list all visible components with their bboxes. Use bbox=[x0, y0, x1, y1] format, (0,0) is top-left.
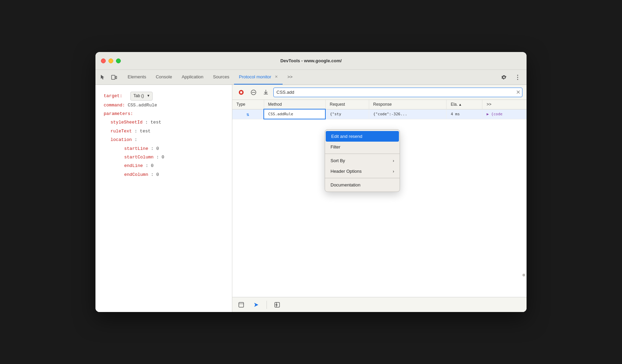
menu-separator-1 bbox=[325, 154, 400, 154]
new-tab-button[interactable] bbox=[236, 300, 246, 310]
menu-item-sort-by[interactable]: Sort By › bbox=[325, 155, 400, 166]
record-stop-button[interactable] bbox=[236, 88, 246, 97]
target-dropdown[interactable]: Tab () ▼ bbox=[130, 92, 153, 101]
command-key: command: bbox=[104, 103, 125, 108]
svg-rect-10 bbox=[239, 302, 244, 307]
tab-bar: Elements Console Application Sources Pro… bbox=[95, 70, 527, 85]
scrollbar-indicator bbox=[522, 274, 525, 276]
dropdown-arrow-icon: ▼ bbox=[147, 93, 150, 99]
cell-elapsed: 4 ms bbox=[446, 109, 482, 119]
target-line: target: Tab () ▼ bbox=[104, 92, 224, 101]
protocol-table: Type Method Request Response Ela.▲ >> ⇅ bbox=[232, 100, 527, 119]
maximize-button[interactable] bbox=[116, 58, 121, 63]
search-input[interactable] bbox=[273, 88, 522, 97]
main-content: target: Tab () ▼ command: CSS.addRule pa… bbox=[95, 85, 527, 312]
table-row[interactable]: ⇅ CSS.addRule {"sty {"code":-326... bbox=[232, 109, 527, 119]
download-button[interactable] bbox=[261, 88, 271, 97]
tab-protocol-monitor[interactable]: Protocol monitor ✕ bbox=[234, 70, 283, 84]
menu-item-documentation[interactable]: Documentation bbox=[325, 180, 400, 190]
cell-method: CSS.addRule bbox=[264, 109, 325, 119]
svg-point-4 bbox=[517, 79, 518, 80]
parameters-line: parameters: bbox=[104, 110, 224, 118]
sort-by-arrow-icon: › bbox=[393, 158, 394, 163]
settings-icon[interactable] bbox=[499, 73, 509, 82]
tab-console[interactable]: Console bbox=[151, 70, 177, 84]
cell-request: {"sty bbox=[325, 109, 369, 119]
tab-elements[interactable]: Elements bbox=[123, 70, 151, 84]
right-panel: ✕ Type Method Request Response Ela.▲ >> bbox=[232, 85, 527, 312]
tab-icons bbox=[100, 70, 117, 84]
menu-item-edit-resend[interactable]: Edit and resend bbox=[326, 131, 399, 142]
cursor-tool-icon[interactable] bbox=[100, 74, 106, 81]
param-styleSheetId: styleSheetId : test bbox=[104, 118, 224, 126]
clear-button[interactable] bbox=[249, 88, 258, 97]
col-request: Request bbox=[325, 100, 369, 109]
cell-extra: ▶ {code bbox=[482, 109, 527, 119]
close-button[interactable] bbox=[101, 58, 106, 63]
svg-point-3 bbox=[517, 77, 518, 78]
target-key: target: bbox=[104, 93, 122, 99]
panel-toggle-button[interactable] bbox=[272, 300, 282, 310]
more-vert-icon[interactable] bbox=[513, 73, 522, 82]
window-title: DevTools - www.google.com/ bbox=[280, 58, 341, 63]
svg-point-2 bbox=[517, 75, 518, 76]
svg-marker-12 bbox=[254, 303, 258, 307]
traffic-lights bbox=[101, 58, 121, 63]
title-bar: DevTools - www.google.com/ bbox=[95, 52, 527, 70]
col-response: Response bbox=[369, 100, 446, 109]
col-extra: >> bbox=[482, 100, 527, 109]
param-endLine: endLine : 0 bbox=[104, 162, 224, 170]
menu-separator-2 bbox=[325, 178, 400, 178]
tab-more[interactable]: >> bbox=[283, 70, 297, 84]
device-tool-icon[interactable] bbox=[111, 74, 117, 81]
param-ruleText: ruleText : test bbox=[104, 127, 224, 135]
bottom-divider bbox=[267, 301, 267, 309]
command-line: command: CSS.addRule bbox=[104, 101, 224, 109]
svg-rect-1 bbox=[116, 76, 117, 79]
parameters-key: parameters: bbox=[104, 111, 133, 116]
param-location: location : bbox=[104, 136, 224, 144]
cell-response: {"code":-326... bbox=[369, 109, 446, 119]
search-wrapper: ✕ bbox=[273, 88, 522, 97]
menu-item-header-options[interactable]: Header Options › bbox=[325, 166, 400, 177]
table-container[interactable]: Type Method Request Response Ela.▲ >> ⇅ bbox=[232, 100, 527, 297]
right-toolbar: ✕ bbox=[232, 85, 527, 100]
command-value: CSS.addRule bbox=[128, 103, 157, 108]
header-options-arrow-icon: › bbox=[393, 169, 394, 174]
devtools-window: DevTools - www.google.com/ Elements Cons… bbox=[95, 52, 527, 312]
tab-close-icon[interactable]: ✕ bbox=[275, 75, 278, 79]
param-startColumn: startColumn : 0 bbox=[104, 153, 224, 161]
cell-type: ⇅ bbox=[232, 109, 264, 119]
table-header-row: Type Method Request Response Ela.▲ >> bbox=[232, 100, 527, 109]
col-method: Method bbox=[264, 100, 325, 109]
left-panel: target: Tab () ▼ command: CSS.addRule pa… bbox=[95, 85, 232, 312]
context-menu: Edit and resend Filter Sort By › Header … bbox=[325, 129, 400, 192]
param-endColumn: endColumn : 0 bbox=[104, 171, 224, 179]
minimize-button[interactable] bbox=[108, 58, 113, 63]
svg-rect-6 bbox=[240, 91, 242, 93]
param-startLine: startLine : 0 bbox=[104, 145, 224, 153]
tab-sources[interactable]: Sources bbox=[208, 70, 234, 84]
type-arrows-icon: ⇅ bbox=[236, 112, 259, 117]
svg-rect-0 bbox=[112, 75, 115, 79]
col-type: Type bbox=[232, 100, 264, 109]
col-elapsed: Ela.▲ bbox=[446, 100, 482, 109]
tab-bar-right bbox=[499, 70, 522, 84]
send-button[interactable] bbox=[251, 300, 261, 310]
bottom-toolbar bbox=[232, 297, 527, 312]
search-clear-icon[interactable]: ✕ bbox=[516, 90, 520, 95]
tab-application[interactable]: Application bbox=[177, 70, 208, 84]
menu-item-filter[interactable]: Filter bbox=[325, 142, 400, 152]
